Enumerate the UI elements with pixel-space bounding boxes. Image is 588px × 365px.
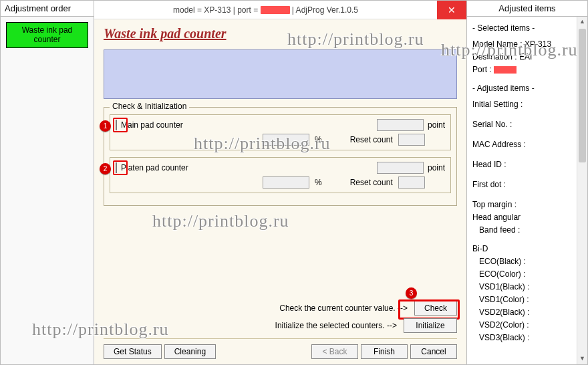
cancel-button[interactable]: Cancel	[410, 344, 457, 359]
scroll-down-icon[interactable]: ▼	[577, 354, 587, 364]
adjusted-item-row: Head ID :	[472, 158, 586, 170]
platen-pad-checkbox[interactable]	[116, 162, 117, 173]
scroll-up-icon[interactable]: ▲	[577, 17, 587, 27]
initialize-hint: Initialize the selected counters. -->	[275, 321, 397, 330]
annotation-badge-3: 3	[406, 287, 417, 299]
adjusted-item-row: Bi-D	[472, 243, 586, 255]
adjusted-item-row: Band feed :	[472, 224, 586, 236]
adjusted-item-row: Head angular	[472, 211, 586, 223]
right-panel-header: Adjusted items	[467, 1, 587, 17]
cleaning-button[interactable]: Cleaning	[164, 344, 216, 359]
status-output-box	[104, 49, 457, 99]
check-initialization-group: Check & Initialization 1 Main pad counte…	[104, 107, 457, 206]
adjusted-items-list: - Selected items - Model Name : XP-313 D…	[467, 17, 587, 364]
main-pad-checkbox[interactable]	[116, 120, 117, 130]
main-window: model = XP-313 | port = | AdjProg Ver.1.…	[94, 1, 467, 364]
adjusted-item-row: ECO(Color) :	[472, 268, 586, 280]
main-pad-counter-row: 1 Main pad counter point %	[110, 114, 451, 150]
redacted-port	[261, 6, 290, 14]
scroll-thumb[interactable]	[579, 29, 586, 162]
percent-label: %	[315, 135, 322, 144]
destination-row: Destination : EAI	[472, 51, 586, 63]
left-panel-header: Adjustment order	[1, 1, 94, 17]
title-suffix: | AdjProg Ver.1.0.5	[290, 5, 359, 15]
port-row: Port :	[472, 64, 586, 76]
selected-items-header: - Selected items -	[472, 22, 586, 34]
window-title: model = XP-313 | port = | AdjProg Ver.1.…	[94, 5, 437, 15]
platen-pad-percent-field	[263, 176, 309, 189]
adjusted-item-row: VSD1(Color) :	[472, 293, 586, 306]
group-legend: Check & Initialization	[110, 102, 189, 111]
adjusted-item-row: MAC Address :	[472, 138, 586, 150]
check-hint: Check the current counter value. -->	[279, 303, 408, 313]
reset-count-label: Reset count	[350, 135, 393, 144]
get-status-button[interactable]: Get Status	[104, 344, 162, 359]
adjusted-item-row: VSD2(Black) :	[472, 306, 586, 318]
model-name-row: Model Name : XP-313	[472, 38, 586, 50]
right-scrollbar[interactable]: ▲ ▼	[577, 17, 587, 364]
adjusted-item-row: Serial No. :	[472, 118, 586, 130]
reset-count-label-2: Reset count	[350, 178, 393, 187]
port-label: Port :	[472, 65, 494, 74]
bottom-button-bar: Get Status Cleaning < Back Finish Cancel	[104, 338, 457, 359]
window-titlebar: model = XP-313 | port = | AdjProg Ver.1.…	[94, 1, 466, 19]
back-button[interactable]: < Back	[311, 344, 358, 359]
left-panel: Adjustment order Waste ink pad counter	[1, 1, 94, 364]
close-button[interactable]: ✕	[437, 1, 466, 19]
waste-ink-pad-counter-button[interactable]: Waste ink pad counter	[6, 22, 88, 48]
adjusted-item-row: Initial Setting :	[472, 98, 586, 110]
adjusted-item-row: VSD3(Black) :	[472, 332, 586, 344]
main-pad-reset-field	[398, 134, 425, 146]
platen-pad-point-field	[377, 162, 424, 174]
finish-button[interactable]: Finish	[361, 344, 408, 359]
main-pad-point-field	[377, 119, 424, 131]
main-pad-percent-field	[263, 134, 309, 146]
point-label-2: point	[428, 163, 445, 172]
platen-pad-counter-row: 2 Platen pad counter point %	[110, 157, 451, 193]
point-label: point	[428, 120, 445, 130]
percent-label-2: %	[315, 178, 322, 187]
adjusted-item-row: VSD2(Color) :	[472, 319, 586, 331]
redacted-port-right	[494, 66, 517, 74]
adjusted-item-row: First dot :	[472, 178, 586, 191]
check-button[interactable]: Check	[414, 301, 457, 316]
platen-pad-reset-field	[398, 176, 425, 189]
platen-pad-label: Platen pad counter	[121, 163, 188, 172]
adjusted-item-row: ECO(Black) :	[472, 255, 586, 267]
initialize-button[interactable]: Initialize	[404, 318, 457, 333]
adjusted-item-row: VSD1(Black) :	[472, 281, 586, 293]
annotation-badge-2: 2	[100, 163, 111, 174]
annotation-badge-1: 1	[100, 120, 111, 132]
right-panel: Adjusted items - Selected items - Model …	[467, 1, 587, 364]
page-title: Waste ink pad counter	[104, 26, 457, 41]
adjusted-items-header: - Adjusted items -	[472, 82, 586, 94]
adjusted-item-row: Top margin :	[472, 199, 586, 211]
title-prefix: model = XP-313 | port =	[173, 5, 261, 15]
main-pad-label: Main pad counter	[121, 120, 183, 130]
